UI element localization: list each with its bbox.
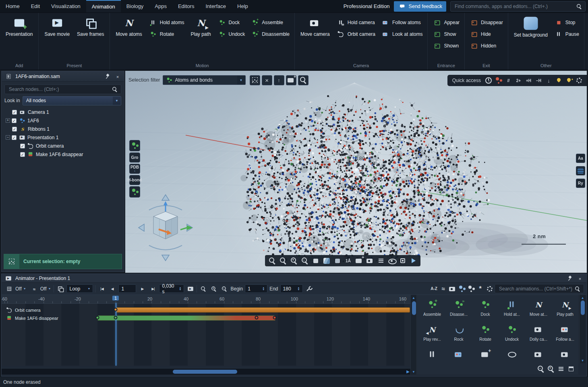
- menu-tab-biology[interactable]: Biology: [121, 0, 149, 12]
- ribbon-button-rotate[interactable]: Rotate: [146, 29, 187, 39]
- tree-item-camera-1[interactable]: ✓Camera 1: [2, 108, 124, 116]
- gallery-item-disasse[interactable]: Disasse...: [445, 296, 472, 321]
- search-icon[interactable]: [576, 3, 583, 10]
- tree-item-presentation-1[interactable]: −✓Presentation 1: [2, 133, 124, 142]
- h-bond-tool[interactable]: H-bond: [129, 175, 140, 185]
- track-bar-make-1af6-disappear[interactable]: [97, 315, 275, 321]
- ribbon-button-presentation[interactable]: Presentation: [2, 14, 36, 39]
- menu-tab-edit[interactable]: Edit: [25, 0, 46, 12]
- gallery-item-more[interactable]: [552, 346, 578, 365]
- shading-flat-button[interactable]: [311, 256, 321, 266]
- skip-to-start-button[interactable]: [97, 284, 106, 293]
- gallery-item-undock[interactable]: Undock: [499, 321, 525, 346]
- spinner-icons[interactable]: ▲▼: [179, 287, 182, 291]
- gromacs-tool[interactable]: Gro: [129, 152, 140, 163]
- gscroll-thumb[interactable]: [581, 301, 585, 315]
- ribbon-button-orbit-camera[interactable]: Orbit camera: [334, 29, 378, 39]
- ribbon-button-assemble[interactable]: Assemble: [248, 18, 292, 27]
- ribbon-button-save-frames[interactable]: Save frames: [74, 14, 107, 39]
- send-feedback-button[interactable]: Send feedback: [394, 1, 446, 12]
- look-in-dropdown[interactable]: All nodes ▼: [23, 96, 121, 105]
- checkbox[interactable]: ✓: [12, 135, 17, 140]
- fullscreen-button[interactable]: [398, 256, 408, 266]
- ribbon-button-hide[interactable]: Hide: [467, 29, 505, 39]
- hscroll-thumb[interactable]: [173, 370, 237, 374]
- step-back-button[interactable]: [108, 284, 116, 293]
- ribbon-button-dock[interactable]: Dock: [215, 18, 248, 27]
- interpolation-toggle[interactable]: Off ▼: [29, 284, 52, 293]
- current-frame-field[interactable]: 1: [118, 284, 136, 293]
- gallery-item-more[interactable]: [499, 346, 525, 365]
- playhead[interactable]: [116, 303, 116, 366]
- end-frame-field[interactable]: 180 ▲▼: [280, 284, 303, 293]
- effects-button[interactable]: [476, 284, 484, 293]
- ruler-label[interactable]: 80: [256, 296, 261, 301]
- shading-color-button[interactable]: [321, 256, 331, 266]
- step-forward-button[interactable]: [138, 284, 147, 293]
- tree-item-make-1af6-disappear[interactable]: ✓Make 1AF6 disappear: [2, 150, 124, 159]
- viewport-3d[interactable]: Selection filter Atoms and bonds ▼ Quick…: [125, 71, 587, 273]
- timeline-body[interactable]: Orbit cameraMake 1AF6 disappear: [2, 304, 410, 366]
- ribbon-button-follow-atoms[interactable]: Follow atoms: [379, 18, 425, 27]
- animation-search-input[interactable]: [498, 286, 573, 292]
- add-solvent[interactable]: [554, 76, 563, 85]
- ribbon-button-save-movie[interactable]: Save movie: [41, 14, 73, 39]
- ribbon-button-undock[interactable]: Undock: [215, 29, 248, 39]
- gallery-zoom-out-button[interactable]: [536, 365, 545, 373]
- molecule-animations-button[interactable]: [458, 284, 466, 293]
- checkbox[interactable]: ✓: [20, 152, 25, 157]
- add-hydrogens[interactable]: +H: [524, 76, 533, 85]
- gallery-scrollbar[interactable]: ▲ ▼: [579, 295, 586, 363]
- tree-item-orbit-camera[interactable]: ✓Orbit camera: [2, 142, 124, 150]
- camera-add-button[interactable]: [286, 75, 296, 85]
- zoom-window-button[interactable]: [278, 256, 288, 266]
- begin-frame-field[interactable]: 1 ▲▼: [245, 284, 267, 293]
- hscroll-right-arrow[interactable]: ▶: [406, 369, 410, 374]
- box-selection-button[interactable]: [250, 75, 260, 85]
- node-search-input[interactable]: [8, 86, 110, 93]
- selection-filter-dropdown[interactable]: Atoms and bonds ▼: [163, 75, 246, 85]
- charge-plus-two[interactable]: 2+: [514, 76, 523, 85]
- gallery-zoom-in-button[interactable]: [547, 365, 555, 373]
- simulation-settings[interactable]: [574, 76, 584, 85]
- track-label-orbit-camera[interactable]: Orbit camera: [6, 307, 41, 313]
- history-clock[interactable]: [484, 76, 493, 85]
- ruler-label[interactable]: 120: [327, 296, 334, 301]
- spinner-icons[interactable]: ▲▼: [262, 287, 265, 291]
- timeline-ruler[interactable]: -60-40-20120406080100120140160: [2, 295, 410, 304]
- gallery-item-more[interactable]: [445, 346, 472, 365]
- gallery-item-assemble[interactable]: Assemble: [419, 296, 445, 321]
- ruler-label[interactable]: 60: [219, 296, 224, 301]
- keyframe[interactable]: [273, 316, 277, 319]
- ribbon-button-hold-camera[interactable]: Hold camera: [334, 18, 378, 27]
- gallery-item-move-at[interactable]: Move at...: [525, 296, 552, 321]
- loop-mode-dropdown[interactable]: Loop ▼: [66, 284, 93, 293]
- keyframe-options-button[interactable]: [56, 284, 64, 293]
- command-search-input[interactable]: [454, 3, 575, 10]
- spinner-icons[interactable]: ▲▼: [298, 287, 300, 291]
- gallery-item-rock[interactable]: Rock: [445, 321, 472, 346]
- search-icon[interactable]: [112, 86, 118, 93]
- ribbon-button-disappear[interactable]: Disappear: [467, 18, 505, 27]
- timeline-zoom-out-button[interactable]: [220, 284, 228, 293]
- visibility-button[interactable]: [387, 256, 397, 266]
- ruler-label[interactable]: -40: [38, 296, 45, 301]
- bond-slashes[interactable]: //: [504, 76, 513, 85]
- menu-tab-visualization[interactable]: Visualization: [46, 0, 86, 12]
- menu-tab-animation[interactable]: Animation: [86, 0, 121, 12]
- ruler-label[interactable]: 160: [399, 296, 406, 301]
- checkbox[interactable]: ✓: [12, 110, 17, 115]
- gallery-item-follow-a[interactable]: Follow a...: [552, 321, 578, 346]
- gallery-detach-button[interactable]: [567, 365, 575, 373]
- gallery-item-rotate[interactable]: Rotate: [472, 321, 499, 346]
- timeline[interactable]: -60-40-20120406080100120140160 Orbit cam…: [2, 295, 410, 376]
- search-icon[interactable]: [574, 285, 581, 292]
- skip-to-end-button[interactable]: [149, 284, 157, 293]
- text-labels-tool[interactable]: Aa: [576, 154, 585, 163]
- minimize-structure[interactable]: [544, 76, 553, 85]
- menu-tab-home[interactable]: Home: [0, 0, 25, 12]
- tree-expander[interactable]: +: [6, 118, 10, 123]
- extract-selection-button[interactable]: [274, 75, 284, 85]
- timeline-zoom-fit-button[interactable]: [199, 284, 207, 293]
- ruler-label[interactable]: -20: [75, 296, 81, 301]
